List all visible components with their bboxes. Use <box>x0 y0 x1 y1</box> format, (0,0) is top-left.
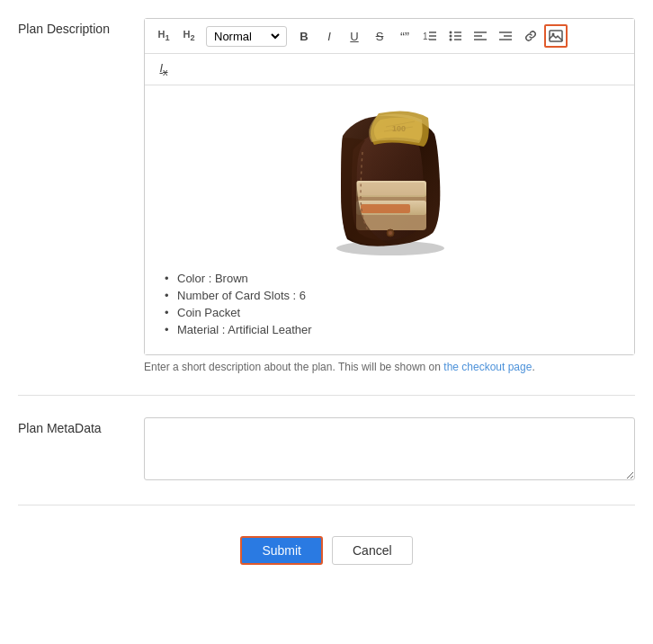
svg-rect-21 <box>358 183 425 195</box>
svg-point-5 <box>450 35 452 38</box>
format-select-wrapper[interactable]: Normal Heading 1 Heading 2 Heading 3 <box>206 26 287 47</box>
ordered-list-button[interactable]: 1. <box>418 24 442 48</box>
plan-metadata-label: Plan MetaData <box>18 417 144 435</box>
list-item: Coin Packet <box>177 306 620 319</box>
plan-metadata-row: Plan MetaData <box>18 417 635 505</box>
align-left-button[interactable] <box>469 24 492 48</box>
wallet-description-list: Color : Brown Number of Card Slots : 6 C… <box>159 272 620 336</box>
editor-body[interactable]: 100 Color : Brown Nu <box>145 85 634 354</box>
svg-point-28 <box>389 231 392 235</box>
metadata-textarea[interactable] <box>144 417 635 480</box>
unordered-list-button[interactable] <box>443 24 467 48</box>
editor-image-area: 100 <box>159 100 620 257</box>
submit-button[interactable]: Submit <box>240 536 323 565</box>
plan-description-row: Plan Description H1 H2 Normal Heading 1 <box>18 18 635 396</box>
editor-toolbar: H1 H2 Normal Heading 1 Heading 2 Heading… <box>144 18 635 355</box>
underline-button[interactable]: U <box>343 24 366 48</box>
bold-button[interactable]: B <box>292 24 316 48</box>
h1-button[interactable]: H1 <box>152 24 175 48</box>
wallet-image: 100 <box>316 100 464 257</box>
cancel-button[interactable]: Cancel <box>332 536 413 565</box>
form-actions: Submit Cancel <box>18 527 635 565</box>
hint-link: the checkout page <box>443 361 532 373</box>
strikethrough-button[interactable]: S <box>368 24 391 48</box>
plan-metadata-content <box>144 417 635 483</box>
list-item: Number of Card Slots : 6 <box>177 289 620 302</box>
list-item: Material : Artificial Leather <box>177 323 620 336</box>
clear-format-button[interactable]: Ix <box>152 58 175 81</box>
image-button[interactable] <box>544 24 568 48</box>
list-item: Color : Brown <box>177 272 620 285</box>
italic-button[interactable]: I <box>318 24 341 48</box>
plan-description-label: Plan Description <box>18 18 144 36</box>
svg-point-4 <box>450 31 452 34</box>
editor-hint: Enter a short description about the plan… <box>144 361 635 373</box>
format-select[interactable]: Normal Heading 1 Heading 2 Heading 3 <box>210 29 282 44</box>
blockquote-button[interactable]: “” <box>393 24 416 48</box>
link-button[interactable] <box>519 24 542 48</box>
svg-point-6 <box>450 39 452 41</box>
svg-rect-23 <box>361 204 410 213</box>
plan-description-content: H1 H2 Normal Heading 1 Heading 2 Heading… <box>144 18 635 373</box>
h2-button[interactable]: H2 <box>177 24 201 48</box>
align-right-button[interactable] <box>494 24 517 48</box>
